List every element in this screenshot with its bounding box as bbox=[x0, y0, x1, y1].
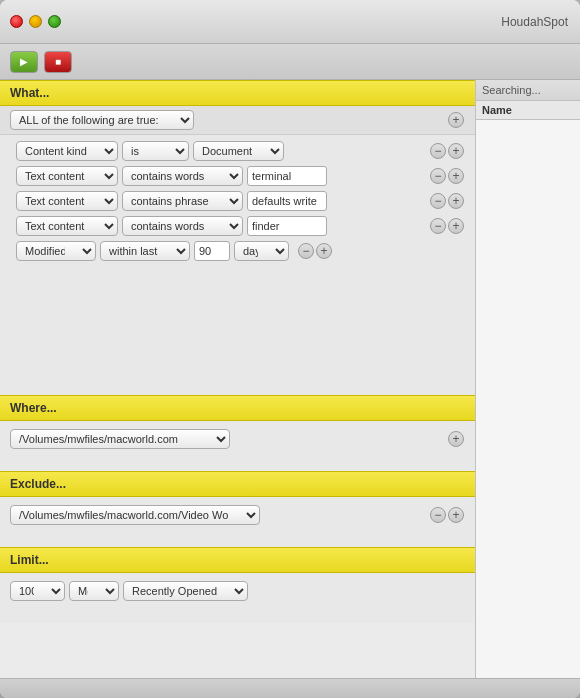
row-controls-3: − + bbox=[429, 193, 465, 209]
limit-row: 1000 100 500 5000 Most Least Recently Op… bbox=[10, 581, 465, 601]
exclude-path-select[interactable]: /Volumes/mwfiles/macworld.com/Video Work bbox=[10, 505, 260, 525]
limit-section-header: Limit... bbox=[0, 547, 475, 573]
limit-sort-by-select[interactable]: Recently Opened Recently Created Recentl… bbox=[123, 581, 248, 601]
add-exclude-button[interactable]: + bbox=[448, 507, 464, 523]
row-controls-2: − + bbox=[429, 168, 465, 184]
row-controls-5: − + bbox=[297, 243, 333, 259]
field-select-5[interactable]: Modified Created Text content bbox=[16, 241, 96, 261]
operator-select-1[interactable]: is is not bbox=[122, 141, 189, 161]
stop-button[interactable]: ■ bbox=[44, 51, 72, 73]
searching-status: Searching... bbox=[476, 80, 580, 101]
limit-content: 1000 100 500 5000 Most Least Recently Op… bbox=[0, 573, 475, 623]
unit-select-5[interactable]: days weeks months bbox=[234, 241, 289, 261]
operator-select-4[interactable]: contains words contains phrase does not … bbox=[122, 216, 243, 236]
where-section-header: Where... bbox=[0, 395, 475, 421]
field-select-4[interactable]: Text content Content kind Modified bbox=[16, 216, 118, 236]
limit-count-select[interactable]: 1000 100 500 5000 bbox=[10, 581, 65, 601]
add-row-1-button[interactable]: + bbox=[448, 143, 464, 159]
what-section-header: What... bbox=[0, 80, 475, 106]
play-button[interactable]: ▶ bbox=[10, 51, 38, 73]
remove-exclude-button[interactable]: − bbox=[430, 507, 446, 523]
table-row: Modified Created Text content within las… bbox=[16, 241, 465, 261]
add-row-5-button[interactable]: + bbox=[316, 243, 332, 259]
value-input-5[interactable] bbox=[194, 241, 230, 261]
remove-row-3-button[interactable]: − bbox=[430, 193, 446, 209]
app-window: HoudahSpot ▶ ■ What... ALL of the follow… bbox=[0, 0, 580, 698]
add-row-4-button[interactable]: + bbox=[448, 218, 464, 234]
close-button[interactable] bbox=[10, 15, 23, 28]
limit-sort-select[interactable]: Most Least bbox=[69, 581, 119, 601]
value-select-1[interactable]: Document Image Movie bbox=[193, 141, 284, 161]
table-row: Content kind Text content Modified is is… bbox=[16, 141, 465, 161]
remove-row-5-button[interactable]: − bbox=[298, 243, 314, 259]
where-section: Where... /Volumes/mwfiles/macworld.com + bbox=[0, 395, 475, 471]
exclude-controls: − + bbox=[429, 507, 465, 523]
value-input-3[interactable] bbox=[247, 191, 327, 211]
field-select-1[interactable]: Content kind Text content Modified bbox=[16, 141, 118, 161]
app-title: HoudahSpot bbox=[501, 15, 568, 29]
row-controls-4: − + bbox=[429, 218, 465, 234]
maximize-button[interactable] bbox=[48, 15, 61, 28]
minimize-button[interactable] bbox=[29, 15, 42, 28]
add-row-3-button[interactable]: + bbox=[448, 193, 464, 209]
where-path-select[interactable]: /Volumes/mwfiles/macworld.com bbox=[10, 429, 230, 449]
add-where-button[interactable]: + bbox=[448, 431, 464, 447]
row-controls-1: − + bbox=[429, 143, 465, 159]
status-bar bbox=[0, 678, 580, 698]
all-operator-select[interactable]: ALL of the following are true: ANY of th… bbox=[10, 110, 194, 130]
right-panel: Searching... Name bbox=[475, 80, 580, 678]
conditions-list: Content kind Text content Modified is is… bbox=[0, 135, 475, 395]
where-row: /Volumes/mwfiles/macworld.com + bbox=[10, 429, 465, 449]
field-select-3[interactable]: Text content Content kind Modified bbox=[16, 191, 118, 211]
remove-row-2-button[interactable]: − bbox=[430, 168, 446, 184]
operator-select-3[interactable]: contains phrase contains words does not … bbox=[122, 191, 243, 211]
traffic-lights bbox=[10, 15, 61, 28]
titlebar: HoudahSpot bbox=[0, 0, 580, 44]
exclude-content: /Volumes/mwfiles/macworld.com/Video Work… bbox=[0, 497, 475, 547]
limit-section: Limit... 1000 100 500 5000 Most Least bbox=[0, 547, 475, 623]
where-content: /Volumes/mwfiles/macworld.com + bbox=[0, 421, 475, 471]
what-section: What... ALL of the following are true: A… bbox=[0, 80, 475, 395]
left-panel: What... ALL of the following are true: A… bbox=[0, 80, 475, 678]
remove-row-4-button[interactable]: − bbox=[430, 218, 446, 234]
add-condition-button[interactable]: + bbox=[448, 112, 464, 128]
value-input-2[interactable] bbox=[247, 166, 327, 186]
operator-select-5[interactable]: within last before after bbox=[100, 241, 190, 261]
main-content: What... ALL of the following are true: A… bbox=[0, 80, 580, 678]
operator-select-2[interactable]: contains words contains phrase does not … bbox=[122, 166, 243, 186]
exclude-row: /Volumes/mwfiles/macworld.com/Video Work… bbox=[10, 505, 465, 525]
add-row-2-button[interactable]: + bbox=[448, 168, 464, 184]
exclude-section: Exclude... /Volumes/mwfiles/macworld.com… bbox=[0, 471, 475, 547]
table-row: Text content Content kind Modified conta… bbox=[16, 216, 465, 236]
exclude-section-header: Exclude... bbox=[0, 471, 475, 497]
remove-row-1-button[interactable]: − bbox=[430, 143, 446, 159]
name-column-header: Name bbox=[476, 101, 580, 120]
field-select-2[interactable]: Text content Content kind Modified bbox=[16, 166, 118, 186]
toolbar: ▶ ■ bbox=[0, 44, 580, 80]
table-row: Text content Content kind Modified conta… bbox=[16, 191, 465, 211]
value-input-4[interactable] bbox=[247, 216, 327, 236]
all-conditions-row: ALL of the following are true: ANY of th… bbox=[0, 106, 475, 135]
table-row: Text content Content kind Modified conta… bbox=[16, 166, 465, 186]
